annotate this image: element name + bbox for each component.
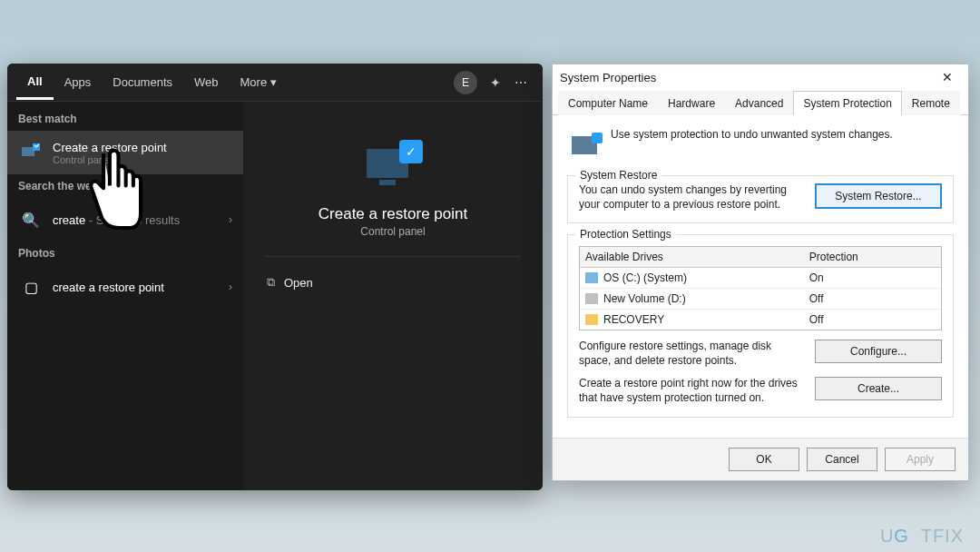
- ok-button[interactable]: OK: [729, 448, 799, 471]
- system-properties-dialog: System Properties ✕ Computer Name Hardwa…: [552, 64, 969, 481]
- apply-button: Apply: [885, 448, 956, 471]
- system-restore-group: System Restore You can undo system chang…: [567, 175, 954, 223]
- disk-icon: [585, 272, 598, 283]
- result-title: Create a restore point: [53, 141, 232, 154]
- tab-all[interactable]: All: [16, 65, 54, 100]
- drives-table[interactable]: Available Drives Protection OS (C:) (Sys…: [579, 246, 942, 330]
- search-results-column: Best match Create a restore point Contro…: [7, 102, 243, 490]
- dialog-titlebar: System Properties ✕: [553, 64, 968, 90]
- tab-advanced[interactable]: Advanced: [725, 91, 793, 115]
- tab-computer-name[interactable]: Computer Name: [558, 91, 658, 115]
- configure-desc: Configure restore settings, manage disk …: [579, 340, 802, 368]
- volume-icon: [585, 293, 598, 304]
- preview-app-icon: ✓: [361, 138, 425, 192]
- tab-web[interactable]: Web: [183, 66, 230, 98]
- open-label: Open: [284, 276, 313, 290]
- protection-icon: [567, 128, 602, 163]
- open-icon: ⧉: [267, 275, 275, 290]
- group-title-protect: Protection Settings: [575, 228, 676, 241]
- sysprops-tabs: Computer Name Hardware Advanced System P…: [553, 90, 968, 115]
- restore-desc: You can undo system changes by reverting…: [579, 183, 802, 212]
- tab-system-protection[interactable]: System Protection: [793, 91, 901, 115]
- dialog-title: System Properties: [560, 71, 934, 84]
- tab-hardware[interactable]: Hardware: [658, 91, 725, 115]
- result-web-create[interactable]: 🔍 create - See web results ›: [7, 198, 243, 242]
- chevron-right-icon: ›: [229, 281, 232, 293]
- dialog-buttons: OK Cancel Apply: [553, 438, 968, 480]
- result-sub: Control panel: [53, 154, 232, 165]
- create-button[interactable]: Create...: [815, 377, 942, 400]
- shield-monitor-icon: [18, 140, 44, 165]
- more-options-icon[interactable]: ⋯: [508, 75, 534, 90]
- web-result-title: create - See web results: [53, 213, 220, 227]
- photo-title: create a restore point: [53, 281, 220, 294]
- search-icon: 🔍: [18, 207, 44, 232]
- folder-icon: [585, 314, 598, 325]
- system-restore-button[interactable]: System Restore...: [815, 183, 942, 209]
- protection-settings-group: Protection Settings Available Drives Pro…: [567, 234, 954, 417]
- preview-title: Create a restore point: [318, 205, 467, 223]
- tab-more[interactable]: More ▾: [230, 66, 288, 98]
- watermark: UG TFIX: [880, 526, 964, 547]
- chevron-right-icon: ›: [229, 213, 232, 226]
- preview-sub: Control panel: [360, 225, 425, 238]
- create-desc: Create a restore point right now for the…: [579, 377, 802, 405]
- search-tabs-bar: All Apps Documents Web More ▾ E ✦ ⋯: [7, 64, 543, 102]
- preview-open-action[interactable]: ⧉ Open: [265, 268, 521, 297]
- tab-remote[interactable]: Remote: [902, 91, 960, 115]
- image-icon: ▢: [18, 274, 44, 300]
- cancel-button[interactable]: Cancel: [807, 448, 877, 471]
- result-create-restore-point[interactable]: Create a restore point Control panel: [7, 131, 243, 174]
- rewards-icon[interactable]: ✦: [483, 75, 508, 90]
- search-preview-pane: ✓ Create a restore point Control panel ⧉…: [243, 102, 543, 490]
- group-title-restore: System Restore: [575, 169, 662, 182]
- intro-text: Use system protection to undo unwanted s…: [611, 128, 893, 163]
- windows-search-window: All Apps Documents Web More ▾ E ✦ ⋯ Best…: [7, 64, 543, 490]
- photos-label: Photos: [7, 242, 243, 265]
- col-drives: Available Drives: [580, 247, 804, 267]
- tab-documents[interactable]: Documents: [102, 66, 183, 98]
- col-protection: Protection: [804, 247, 941, 267]
- configure-button[interactable]: Configure...: [815, 340, 942, 363]
- best-match-label: Best match: [7, 107, 243, 131]
- user-avatar[interactable]: E: [454, 71, 477, 94]
- drive-row[interactable]: OS (C:) (System) On: [580, 268, 941, 289]
- drive-row[interactable]: New Volume (D:) Off: [580, 289, 941, 310]
- search-web-label: Search the web: [7, 174, 243, 198]
- result-photo[interactable]: ▢ create a restore point ›: [7, 265, 243, 309]
- svg-rect-0: [22, 147, 34, 156]
- drive-row[interactable]: RECOVERY Off: [580, 310, 941, 330]
- close-button[interactable]: ✕: [934, 70, 961, 84]
- tab-apps[interactable]: Apps: [54, 66, 103, 98]
